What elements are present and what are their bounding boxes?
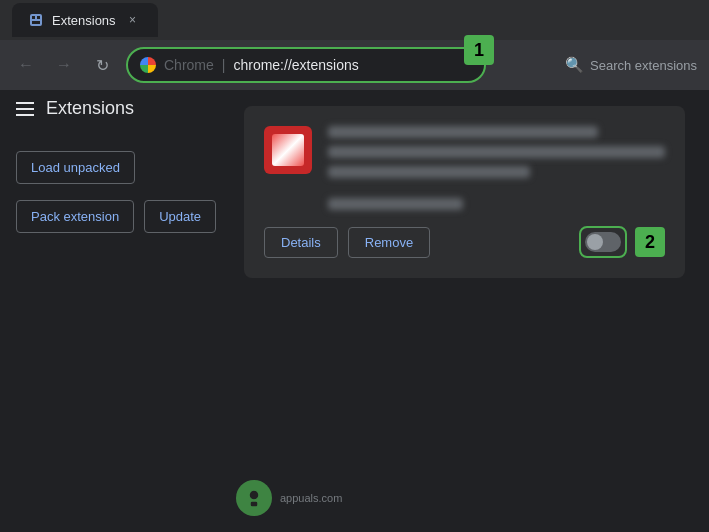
hamburger-line-2 [16, 108, 34, 110]
main-content: Details Remove 2 [220, 90, 709, 532]
ext-desc-line1-blurred [328, 146, 665, 158]
extension-card: Details Remove 2 [244, 106, 685, 278]
back-button[interactable]: ← [12, 51, 40, 79]
pack-extension-button[interactable]: Pack extension [16, 200, 134, 233]
forward-icon: → [56, 56, 72, 74]
sidebar: Extensions Load unpacked Pack extension … [0, 90, 220, 532]
svg-rect-3 [32, 21, 40, 24]
address-url: chrome://extensions [233, 57, 358, 73]
step-2-badge: 2 [635, 227, 665, 257]
details-button[interactable]: Details [264, 227, 338, 258]
ext-desc-line2-blurred [328, 166, 530, 178]
browser-tab[interactable]: Extensions × [12, 3, 158, 37]
nav-search-label: Search extensions [590, 58, 697, 73]
watermark: appuals.com [236, 480, 342, 516]
toolbar: Load unpacked [0, 135, 220, 200]
svg-rect-1 [32, 16, 35, 19]
toggle-border [579, 226, 627, 258]
address-divider: Chrome [164, 57, 214, 73]
ext-extra-blurred [328, 198, 463, 210]
pipe-divider: | [222, 57, 226, 73]
remove-button[interactable]: Remove [348, 227, 430, 258]
forward-button[interactable]: → [50, 51, 78, 79]
address-bar[interactable]: Chrome | chrome://extensions [126, 47, 486, 83]
svg-rect-5 [250, 501, 258, 507]
cards-area: Details Remove 2 [220, 90, 709, 532]
sidebar-header: Extensions [0, 90, 220, 135]
nav-search-icon: 🔍 [565, 56, 584, 74]
toggle-area: 2 [579, 226, 665, 258]
step-1-badge: 1 [464, 35, 494, 65]
card-body [264, 126, 665, 186]
toggle-knob [587, 234, 603, 250]
hamburger-line-3 [16, 114, 34, 116]
title-bar: Extensions × [0, 0, 709, 40]
reload-button[interactable]: ↻ [88, 51, 116, 79]
hamburger-line-1 [16, 102, 34, 104]
nav-search-area: 🔍 Search extensions [496, 56, 697, 74]
svg-rect-0 [30, 14, 42, 26]
extension-icon [264, 126, 312, 174]
load-unpacked-button[interactable]: Load unpacked [16, 151, 135, 184]
tab-favicon [28, 12, 44, 28]
chrome-logo-icon [140, 57, 156, 73]
tab-title: Extensions [52, 13, 116, 28]
update-button[interactable]: Update [144, 200, 216, 233]
toolbar-row-2: Pack extension Update [0, 200, 220, 241]
watermark-text: appuals.com [280, 492, 342, 504]
hamburger-menu-button[interactable] [16, 102, 34, 116]
back-icon: ← [18, 56, 34, 74]
reload-icon: ↻ [96, 56, 109, 75]
nav-bar: ← → ↻ Chrome | chrome://extensions 1 🔍 S… [0, 40, 709, 90]
tab-close-button[interactable]: × [124, 11, 142, 29]
watermark-logo [236, 480, 272, 516]
address-bar-container: Chrome | chrome://extensions 1 [126, 47, 486, 83]
ext-name-blurred [328, 126, 598, 138]
extension-toggle[interactable] [585, 232, 621, 252]
svg-rect-2 [37, 16, 40, 19]
card-footer: Details Remove 2 [264, 226, 665, 258]
svg-point-4 [249, 490, 259, 500]
extension-icon-inner [272, 134, 304, 166]
page-row: Extensions Load unpacked Pack extension … [0, 90, 709, 532]
extension-info [328, 126, 665, 186]
sidebar-title: Extensions [46, 98, 134, 119]
